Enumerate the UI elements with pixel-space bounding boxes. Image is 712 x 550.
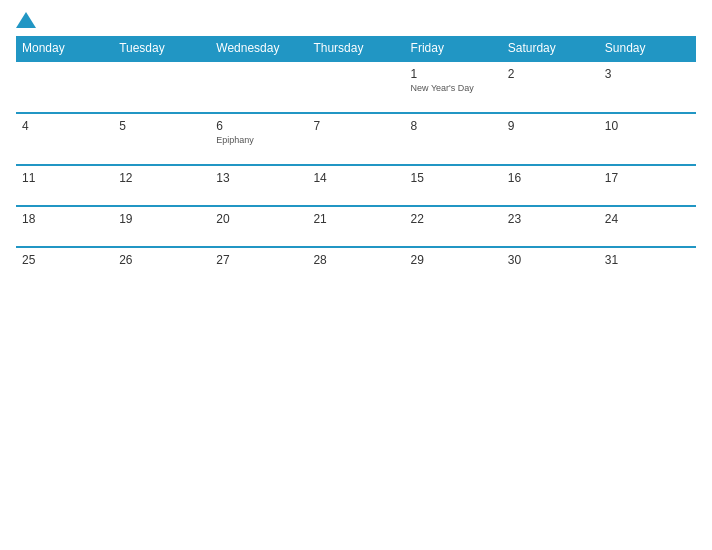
calendar-cell: 7 bbox=[307, 113, 404, 165]
calendar-cell: 24 bbox=[599, 206, 696, 247]
calendar-cell: 17 bbox=[599, 165, 696, 206]
calendar-cell: 1New Year's Day bbox=[405, 61, 502, 113]
calendar-cell: 26 bbox=[113, 247, 210, 287]
day-number: 10 bbox=[605, 119, 690, 133]
calendar-cell: 5 bbox=[113, 113, 210, 165]
day-number: 19 bbox=[119, 212, 204, 226]
calendar-cell: 21 bbox=[307, 206, 404, 247]
calendar-table: MondayTuesdayWednesdayThursdayFridaySatu… bbox=[16, 36, 696, 287]
weekday-header-tuesday: Tuesday bbox=[113, 36, 210, 61]
calendar-cell bbox=[113, 61, 210, 113]
calendar-cell: 4 bbox=[16, 113, 113, 165]
day-number: 28 bbox=[313, 253, 398, 267]
week-row-4: 18192021222324 bbox=[16, 206, 696, 247]
day-number: 2 bbox=[508, 67, 593, 81]
week-row-3: 11121314151617 bbox=[16, 165, 696, 206]
calendar-cell: 16 bbox=[502, 165, 599, 206]
day-number: 22 bbox=[411, 212, 496, 226]
calendar-page: MondayTuesdayWednesdayThursdayFridaySatu… bbox=[0, 0, 712, 550]
calendar-cell: 22 bbox=[405, 206, 502, 247]
calendar-cell: 3 bbox=[599, 61, 696, 113]
day-number: 15 bbox=[411, 171, 496, 185]
day-number: 25 bbox=[22, 253, 107, 267]
day-number: 13 bbox=[216, 171, 301, 185]
calendar-cell: 6Epiphany bbox=[210, 113, 307, 165]
week-row-5: 25262728293031 bbox=[16, 247, 696, 287]
weekday-header-row: MondayTuesdayWednesdayThursdayFridaySatu… bbox=[16, 36, 696, 61]
calendar-cell: 25 bbox=[16, 247, 113, 287]
calendar-cell: 8 bbox=[405, 113, 502, 165]
weekday-header-friday: Friday bbox=[405, 36, 502, 61]
day-number: 4 bbox=[22, 119, 107, 133]
day-number: 16 bbox=[508, 171, 593, 185]
day-number: 5 bbox=[119, 119, 204, 133]
day-number: 18 bbox=[22, 212, 107, 226]
day-number: 6 bbox=[216, 119, 301, 133]
day-number: 17 bbox=[605, 171, 690, 185]
day-number: 27 bbox=[216, 253, 301, 267]
day-number: 20 bbox=[216, 212, 301, 226]
day-number: 3 bbox=[605, 67, 690, 81]
day-number: 11 bbox=[22, 171, 107, 185]
calendar-cell: 19 bbox=[113, 206, 210, 247]
calendar-cell: 31 bbox=[599, 247, 696, 287]
calendar-cell bbox=[210, 61, 307, 113]
calendar-cell: 15 bbox=[405, 165, 502, 206]
weekday-header-monday: Monday bbox=[16, 36, 113, 61]
holiday-label: New Year's Day bbox=[411, 83, 496, 94]
weekday-header-sunday: Sunday bbox=[599, 36, 696, 61]
day-number: 7 bbox=[313, 119, 398, 133]
day-number: 21 bbox=[313, 212, 398, 226]
calendar-cell: 11 bbox=[16, 165, 113, 206]
calendar-cell: 9 bbox=[502, 113, 599, 165]
day-number: 1 bbox=[411, 67, 496, 81]
day-number: 24 bbox=[605, 212, 690, 226]
week-row-2: 456Epiphany78910 bbox=[16, 113, 696, 165]
calendar-cell: 13 bbox=[210, 165, 307, 206]
calendar-cell: 12 bbox=[113, 165, 210, 206]
logo-blue-row bbox=[16, 12, 40, 28]
weekday-header-saturday: Saturday bbox=[502, 36, 599, 61]
calendar-cell: 2 bbox=[502, 61, 599, 113]
day-number: 26 bbox=[119, 253, 204, 267]
weekday-header-thursday: Thursday bbox=[307, 36, 404, 61]
calendar-cell: 20 bbox=[210, 206, 307, 247]
calendar-cell: 10 bbox=[599, 113, 696, 165]
calendar-cell bbox=[307, 61, 404, 113]
calendar-cell: 29 bbox=[405, 247, 502, 287]
holiday-label: Epiphany bbox=[216, 135, 301, 146]
weekday-header-wednesday: Wednesday bbox=[210, 36, 307, 61]
calendar-cell: 23 bbox=[502, 206, 599, 247]
calendar-cell: 18 bbox=[16, 206, 113, 247]
week-row-1: 1New Year's Day23 bbox=[16, 61, 696, 113]
calendar-cell: 30 bbox=[502, 247, 599, 287]
day-number: 30 bbox=[508, 253, 593, 267]
day-number: 9 bbox=[508, 119, 593, 133]
calendar-cell bbox=[16, 61, 113, 113]
day-number: 12 bbox=[119, 171, 204, 185]
day-number: 29 bbox=[411, 253, 496, 267]
country-label bbox=[616, 12, 696, 16]
day-number: 23 bbox=[508, 212, 593, 226]
calendar-cell: 27 bbox=[210, 247, 307, 287]
logo-triangle-icon bbox=[16, 12, 36, 28]
header bbox=[16, 12, 696, 28]
day-number: 14 bbox=[313, 171, 398, 185]
logo bbox=[16, 12, 40, 28]
calendar-cell: 28 bbox=[307, 247, 404, 287]
calendar-cell: 14 bbox=[307, 165, 404, 206]
day-number: 8 bbox=[411, 119, 496, 133]
day-number: 31 bbox=[605, 253, 690, 267]
